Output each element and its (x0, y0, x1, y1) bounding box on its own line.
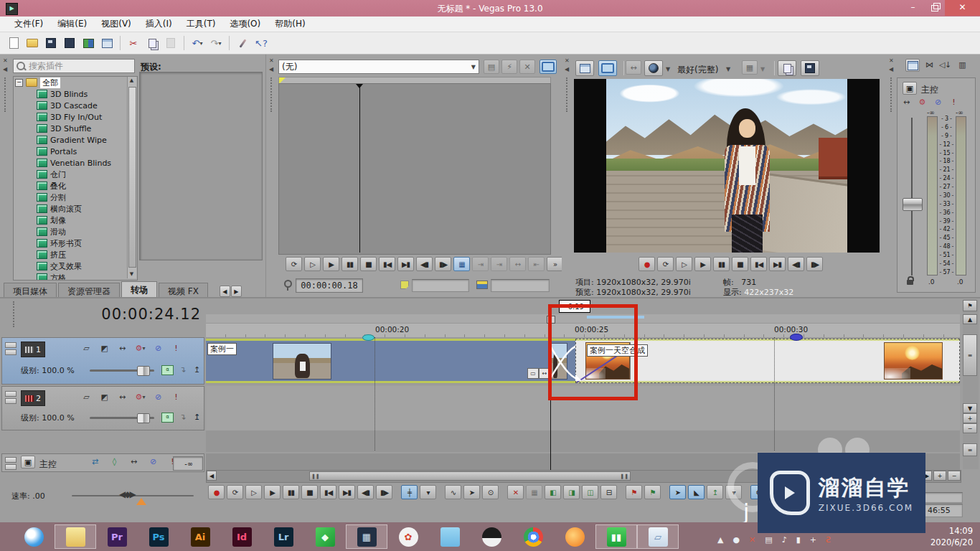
tree-item-label[interactable]: 滑动 (50, 227, 66, 237)
transport-button[interactable]: ▮▶ (806, 257, 823, 271)
video-monitor-toggle[interactable] (540, 60, 557, 74)
import-media-button[interactable] (80, 35, 96, 51)
bus-fx-icon[interactable]: ↔ (127, 456, 141, 468)
dock-tab[interactable]: 视频 FX (159, 283, 208, 297)
track-number-badge[interactable]: 1 (21, 342, 45, 357)
rate-scrub-handle[interactable]: ◀◆▶ (119, 489, 135, 499)
panel-grip[interactable] (4, 77, 8, 112)
tray-icon[interactable]: ♪ (782, 535, 787, 545)
master-bus-icon[interactable]: ▣ (903, 82, 917, 95)
hscroll-thumb[interactable]: ❚❚❚❚ (309, 471, 631, 481)
menu-item[interactable]: 插入(I) (138, 18, 179, 30)
panel-grip[interactable] (566, 77, 570, 112)
level-slider-handle[interactable] (137, 366, 150, 376)
transitions-tree[interactable]: − 全部 3D Blinds 3D Cascade 3D Fly In/Out … (13, 76, 138, 281)
tab-scroll-left-icon[interactable]: ◀ (220, 286, 230, 297)
vscroll-thumb[interactable]: ≡ (963, 334, 977, 376)
transport-button[interactable]: ▮▮ (341, 257, 358, 271)
sync-cursor-pin-icon[interactable] (284, 280, 292, 288)
fade-colors-icon[interactable]: α (161, 413, 174, 423)
gear-icon[interactable]: ⚙ (915, 96, 929, 108)
track-number-badge[interactable]: 2 (21, 390, 45, 406)
taskbar-app-button[interactable]: Lr (263, 524, 304, 549)
scroll-down-icon[interactable]: ▼ (963, 403, 977, 413)
compositing-children-icon[interactable]: ▱ (80, 342, 93, 354)
gear-icon[interactable]: ⚙▾ (133, 342, 147, 354)
vu-meter-right[interactable] (956, 116, 966, 276)
toolbar-button[interactable]: ▷ (245, 485, 262, 499)
track-motion-icon[interactable]: ↥ (190, 411, 204, 423)
rename-preset-icon[interactable]: ▤ (484, 60, 499, 74)
tree-item-label[interactable]: Gradient Wipe (50, 136, 107, 145)
zoom-in-time-icon[interactable]: + (933, 471, 946, 481)
transport-button[interactable]: ⟳ (657, 257, 674, 271)
menu-item[interactable]: 帮助(H) (268, 18, 312, 30)
media-marker-cyan[interactable] (362, 334, 374, 341)
save-button[interactable] (43, 35, 59, 51)
tree-root-row[interactable]: − 全部 (14, 77, 137, 88)
transition-preset-select[interactable]: (无) ▼ (278, 60, 479, 74)
tree-scrollbar[interactable]: ▲ ▼ (127, 77, 136, 278)
tree-item-label[interactable]: 3D Cascade (50, 101, 98, 110)
toolbar-button[interactable]: ➤ (669, 485, 686, 499)
menu-item[interactable]: 视图(V) (94, 18, 138, 30)
tree-item[interactable]: 仓门 (14, 169, 137, 180)
taskbar-clock[interactable]: 14:09 2020/6/20 (930, 525, 973, 548)
external-monitor-button[interactable] (598, 60, 617, 76)
tray-icon[interactable]: + (810, 535, 816, 545)
compositing-children-icon[interactable]: ▱ (80, 391, 93, 403)
tree-item[interactable]: 分割 (14, 192, 137, 203)
insert-fx-icon[interactable]: ↔ (900, 96, 913, 108)
save-preset-icon[interactable]: ⚡ (501, 60, 517, 74)
master-bus-track-header[interactable]: ▣ 主控 ⇄ ◊ ↔ ⊘ ! -∞ (1, 453, 204, 472)
mixer-faders-icon[interactable]: ▥ (956, 59, 969, 71)
mute-icon[interactable]: ⊘ (931, 96, 945, 108)
tree-item[interactable]: 环形书页 (14, 237, 137, 249)
transport-button[interactable]: ▶▮ (769, 257, 786, 271)
level-slider-handle[interactable] (137, 413, 150, 423)
dim-output-icon[interactable]: ◁↓ (938, 59, 952, 71)
transport-button[interactable]: ▮◀ (750, 257, 767, 271)
copy-button[interactable] (144, 35, 160, 51)
toolbar-button[interactable]: ◨ (563, 485, 580, 499)
toolbar-button[interactable]: ■ (301, 485, 318, 499)
downmix-icon[interactable]: ⋈ (923, 59, 936, 71)
whats-this-help-button[interactable]: ↖? (253, 35, 269, 51)
master-volume-readout[interactable]: -∞ (173, 456, 203, 471)
dock-tab[interactable]: 项目媒体 (4, 283, 57, 297)
overlay-grid-icon[interactable]: ▦ (742, 60, 758, 75)
mixer-properties-icon[interactable] (905, 59, 920, 72)
track-fx-icon[interactable]: ↔ (116, 342, 129, 354)
toolbar-button[interactable]: ⚑ (626, 485, 642, 499)
taskbar-app-button[interactable] (554, 524, 595, 549)
event-clip-1[interactable]: 案例一 ▭ ↔ (206, 339, 576, 383)
mute-icon[interactable]: ⊘ (151, 342, 165, 354)
tab-scroll-right-icon[interactable]: ▶ (231, 286, 242, 297)
gear-icon[interactable]: ⚙▾ (133, 391, 147, 403)
toolbar-button[interactable]: ∿ (445, 485, 461, 499)
transport-button[interactable]: ▶ (323, 257, 339, 271)
project-properties-button[interactable] (99, 35, 115, 51)
toolbar-button[interactable]: ▾ (420, 485, 436, 499)
transport-button[interactable]: ▶ (694, 257, 711, 271)
track-minimize-buttons[interactable] (5, 457, 17, 470)
transport-button[interactable]: ⇤ (528, 257, 545, 271)
open-button[interactable] (24, 35, 40, 51)
tree-item[interactable]: 横向滚页 (14, 203, 137, 215)
toolbar-button[interactable]: ✕ (507, 485, 524, 499)
taskbar-app-button[interactable] (429, 524, 471, 549)
rate-marker-triangle[interactable] (136, 498, 146, 505)
mute-icon[interactable]: ⊘ (151, 391, 165, 403)
transport-button[interactable]: ⇥ (472, 257, 489, 271)
scroll-up-icon[interactable]: ▲ (128, 77, 136, 85)
taskbar-app-button[interactable]: Id (221, 524, 263, 549)
transport-button[interactable]: ▷ (676, 257, 692, 271)
toolbar-button[interactable]: ▶▮ (339, 485, 355, 499)
timeline-cursor-timecode[interactable]: 00:00:24.12 (43, 306, 201, 323)
menu-item[interactable]: 工具(T) (179, 18, 223, 30)
tree-item-label[interactable]: 分割 (50, 192, 66, 203)
kf-field-2[interactable] (491, 279, 550, 292)
toolbar-button[interactable] (619, 485, 623, 499)
master-fader-handle[interactable] (903, 198, 923, 211)
tray-icon[interactable]: ✕ (749, 535, 755, 545)
